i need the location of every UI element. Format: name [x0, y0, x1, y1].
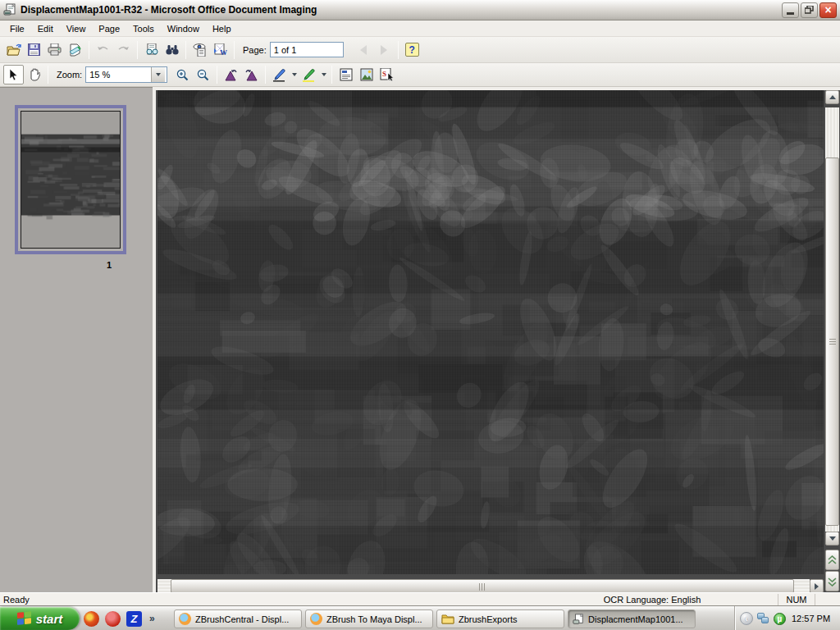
- print-button[interactable]: [44, 40, 65, 60]
- reading-view-icon: [145, 43, 158, 57]
- document-view: [156, 87, 840, 592]
- pan-tool-button[interactable]: [24, 65, 44, 84]
- system-tray: ‹ µ 12:57 PM: [734, 606, 840, 630]
- zoom-label: Zoom:: [57, 70, 82, 80]
- find-button[interactable]: [162, 40, 182, 60]
- binoculars-icon: [166, 44, 179, 56]
- quick-launch-media-icon[interactable]: [105, 611, 121, 627]
- start-button[interactable]: start: [0, 607, 80, 630]
- highlighter-dropdown-button[interactable]: [319, 65, 328, 84]
- rotate-right-button[interactable]: [241, 65, 262, 84]
- separator: [234, 41, 235, 59]
- separator: [89, 41, 89, 59]
- select-text-button[interactable]: [336, 65, 356, 84]
- zoom-in-button[interactable]: [172, 65, 193, 84]
- separator: [185, 41, 186, 59]
- separator: [265, 66, 266, 84]
- help-icon: ?: [405, 43, 419, 57]
- scan-new-document-button[interactable]: [65, 40, 85, 60]
- desktop: DisplacmentMap1001-R32 - Microsoft Offic…: [0, 0, 840, 630]
- separator: [48, 66, 48, 84]
- scroll-up-button[interactable]: [825, 90, 839, 104]
- send-to-word-icon: W: [213, 43, 227, 57]
- select-text-icon: [340, 68, 353, 81]
- send-text-to-word-button[interactable]: W: [210, 40, 231, 60]
- select-picture-icon: [360, 68, 373, 81]
- arrow-down-icon: [829, 536, 836, 541]
- chevron-down-icon: [322, 73, 326, 76]
- menu-help[interactable]: Help: [206, 22, 238, 35]
- printer-icon: [48, 43, 62, 56]
- status-ready: Ready: [0, 595, 527, 605]
- save-button[interactable]: [24, 40, 44, 60]
- tray-utorrent-icon[interactable]: µ: [774, 613, 786, 625]
- pen-dropdown-button[interactable]: [290, 65, 299, 84]
- tray-collapse-chevron[interactable]: ‹: [740, 612, 753, 625]
- menu-edit[interactable]: Edit: [31, 22, 60, 35]
- view-toolbar: Zoom:: [0, 63, 840, 87]
- scroll-right-button[interactable]: [810, 579, 824, 593]
- menu-view[interactable]: View: [60, 22, 93, 35]
- quick-launch-zonealarm-icon[interactable]: Z: [126, 611, 142, 627]
- taskbar-button-displacementmap-active[interactable]: DisplacmentMap1001...: [568, 609, 696, 628]
- reading-view-button[interactable]: [141, 40, 162, 60]
- open-button[interactable]: [3, 40, 24, 60]
- next-page-scroll-button[interactable]: [825, 571, 839, 591]
- vertical-scrollbar-thumb[interactable]: [825, 158, 839, 526]
- taskbar-clock: 12:57 PM: [792, 614, 830, 623]
- status-bar: Ready OCR Language: English NUM: [0, 592, 840, 605]
- horizontal-scrollbar-thumb[interactable]: [171, 579, 794, 593]
- zoom-dropdown-button[interactable]: [151, 67, 165, 82]
- quick-launch-browser-icon[interactable]: [84, 611, 99, 627]
- recognize-text-ocr-button[interactable]: [189, 40, 210, 60]
- taskbar: start Z » ZBrushCentral - Displ... ZBrus…: [0, 605, 840, 630]
- scroll-down-button[interactable]: [825, 532, 839, 546]
- window-title: DisplacmentMap1001-R32 - Microsoft Offic…: [21, 4, 780, 16]
- tray-network-icon[interactable]: [757, 613, 769, 624]
- previous-page-icon: [360, 45, 367, 55]
- content-area: 1: [0, 87, 840, 592]
- thumb-grip: [829, 339, 836, 345]
- select-recognized-text-button[interactable]: S: [377, 65, 397, 84]
- taskbar-button-zbrush-to-maya[interactable]: ZBrush To Maya Displ...: [305, 609, 433, 628]
- firefox-icon: [310, 613, 322, 625]
- select-tool-button[interactable]: [3, 65, 24, 84]
- svg-text:W: W: [220, 48, 227, 57]
- minimize-icon: [787, 12, 794, 15]
- task-label: ZBrush To Maya Displ...: [326, 614, 422, 624]
- separator: [217, 66, 217, 84]
- help-button[interactable]: ?: [402, 40, 422, 60]
- firefox-icon: [179, 613, 191, 625]
- double-chevron-up-icon: [828, 555, 837, 565]
- menu-file[interactable]: File: [3, 22, 31, 35]
- menu-window[interactable]: Window: [161, 22, 206, 35]
- menu-page[interactable]: Page: [92, 22, 126, 35]
- restore-button[interactable]: [801, 2, 818, 18]
- pen-tool-button[interactable]: [269, 65, 290, 84]
- zoom-value-input[interactable]: [86, 67, 151, 82]
- minimize-button[interactable]: [782, 2, 799, 18]
- scanner-icon: [68, 43, 82, 57]
- menu-tools[interactable]: Tools: [126, 22, 161, 35]
- taskbar-button-zbrushcentral[interactable]: ZBrushCentral - Displ...: [174, 609, 302, 628]
- redo-button[interactable]: [113, 40, 134, 60]
- taskbar-button-zbrushexports[interactable]: ZbrushExports: [436, 609, 564, 628]
- menu-bar: File Edit View Page Tools Window Help: [0, 21, 840, 37]
- next-page-button[interactable]: [374, 40, 395, 60]
- arrow-up-icon: [829, 95, 836, 99]
- quick-launch-overflow-chevron[interactable]: »: [149, 613, 155, 624]
- thumbnail-page-number: 1: [107, 260, 112, 270]
- select-picture-button[interactable]: [356, 65, 377, 84]
- zoom-out-button[interactable]: [193, 65, 213, 84]
- previous-page-scroll-button[interactable]: [825, 550, 839, 570]
- zoom-combobox[interactable]: [85, 66, 167, 83]
- thumbnail-page-1[interactable]: [15, 105, 126, 254]
- save-floppy-icon: [28, 43, 40, 56]
- highlighter-tool-button[interactable]: [299, 65, 319, 84]
- previous-page-button[interactable]: [354, 40, 374, 60]
- quick-launch-bar: Z »: [84, 606, 155, 630]
- undo-button[interactable]: [93, 40, 113, 60]
- page-number-input[interactable]: [270, 42, 344, 57]
- close-button[interactable]: ×: [819, 2, 837, 18]
- rotate-left-button[interactable]: [221, 65, 241, 84]
